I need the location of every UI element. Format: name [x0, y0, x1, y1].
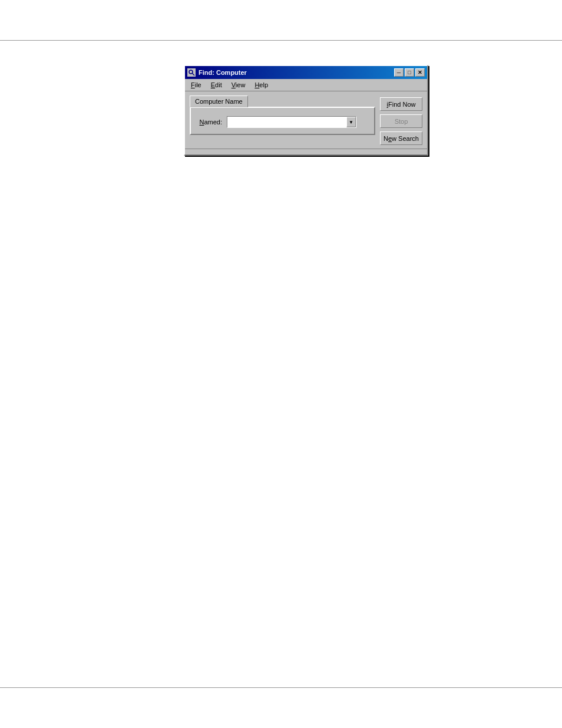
title-bar: Find: Computer ─ □ ✕ [185, 66, 427, 79]
find-now-button[interactable]: iFind Now [380, 97, 422, 111]
top-divider [0, 40, 562, 41]
menu-help[interactable]: Help [251, 80, 272, 90]
menu-edit[interactable]: Edit [207, 80, 226, 90]
stop-button: Stop [380, 114, 422, 128]
bottom-divider [0, 687, 562, 688]
named-input[interactable] [227, 117, 346, 127]
named-label: Named: [196, 118, 222, 126]
minimize-button[interactable]: ─ [394, 68, 404, 77]
named-combobox[interactable]: ▼ [227, 116, 356, 128]
combo-dropdown-arrow[interactable]: ▼ [346, 117, 356, 127]
menu-view[interactable]: View [228, 80, 249, 90]
title-bar-controls: ─ □ ✕ [394, 68, 425, 77]
maximize-button[interactable]: □ [405, 68, 414, 77]
tab-computer-name[interactable]: Computer Name [190, 95, 248, 107]
dialog-icon [187, 68, 196, 77]
menu-file[interactable]: File [187, 80, 205, 90]
close-button[interactable]: ✕ [415, 68, 425, 77]
menu-bar: File Edit View Help [185, 79, 427, 91]
dialog-left-panel: Computer Name Named: ▼ [190, 95, 375, 145]
title-bar-left: Find: Computer [187, 68, 247, 77]
tab-panel: Named: ▼ [190, 107, 375, 135]
dialog-content: Computer Name Named: ▼ iFind No [185, 91, 427, 149]
new-search-button[interactable]: New Search [380, 131, 422, 145]
form-row-named: Named: ▼ [196, 116, 369, 128]
dialog-bottom [185, 149, 427, 154]
dialog-right-panel: iFind Now Stop New Search [380, 95, 422, 145]
tab-row: Computer Name [190, 95, 375, 107]
dialog-title: Find: Computer [199, 69, 247, 76]
find-computer-dialog: Find: Computer ─ □ ✕ File Edit View Help… [184, 65, 428, 156]
